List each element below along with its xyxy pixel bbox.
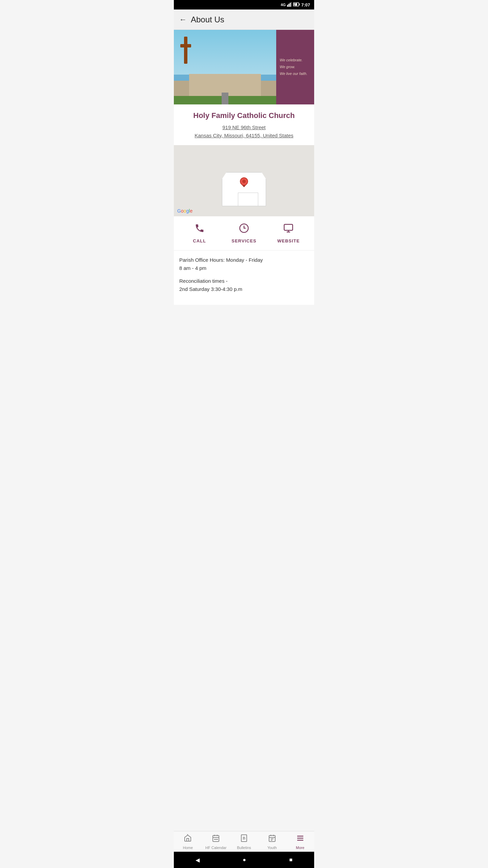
- svg-rect-9: [284, 224, 293, 231]
- motto-line-2: We grow.: [280, 64, 311, 71]
- home-icon: [184, 834, 192, 844]
- church-photo: [174, 30, 276, 104]
- page-title: About Us: [191, 15, 224, 24]
- signal-bars: [287, 2, 292, 8]
- youth-icon: [268, 834, 276, 844]
- bottom-nav: Home HF Calendar B Bulletins: [174, 831, 314, 852]
- nav-item-home[interactable]: Home: [174, 834, 202, 850]
- svg-rect-20: [217, 839, 218, 840]
- more-icon: [296, 834, 304, 844]
- nav-item-more[interactable]: More: [286, 834, 314, 850]
- church-info: Holy Family Catholic Church 919 NE 96th …: [174, 104, 314, 145]
- website-button[interactable]: WEBSITE: [266, 223, 311, 243]
- home-system-button[interactable]: ●: [243, 857, 246, 863]
- google-g: G: [177, 208, 181, 214]
- recent-system-button[interactable]: ■: [289, 857, 293, 863]
- nav-item-bulletins[interactable]: B Bulletins: [230, 834, 258, 850]
- google-logo: Google: [177, 208, 192, 214]
- building-base: [174, 67, 276, 104]
- signal-icon: 4G: [281, 3, 286, 7]
- hf-calendar-nav-label: HF Calendar: [205, 846, 226, 850]
- status-icons: 4G 7:07: [281, 2, 310, 8]
- services-button[interactable]: SERVICES: [222, 223, 266, 243]
- call-button[interactable]: CALL: [177, 223, 222, 243]
- phone-icon: [195, 223, 205, 236]
- map-pin: [240, 177, 248, 187]
- map-building-secondary: [238, 193, 258, 206]
- motto-line-3: We live our faith.: [280, 71, 311, 77]
- top-bar: ← About Us: [174, 9, 314, 30]
- church-name: Holy Family Catholic Church: [179, 111, 309, 120]
- office-hours-text: Parish Office Hours: Monday - Friday8 am…: [179, 256, 309, 272]
- more-nav-label: More: [296, 846, 304, 850]
- address-suffix: , United States: [260, 133, 293, 138]
- address-line-1: 919 NE 96th Street: [222, 124, 266, 130]
- google-o1: o: [181, 208, 184, 214]
- svg-rect-3: [291, 2, 292, 7]
- monitor-icon: [283, 223, 293, 236]
- battery-icon: [293, 2, 300, 7]
- back-button[interactable]: ←: [179, 15, 187, 24]
- nav-item-hf-calendar[interactable]: HF Calendar: [202, 834, 230, 850]
- svg-text:B: B: [243, 836, 245, 841]
- actions-row: CALL SERVICES WEBSITE: [174, 216, 314, 251]
- map-section[interactable]: Google: [174, 145, 314, 216]
- website-label: WEBSITE: [277, 238, 300, 243]
- svg-rect-2: [290, 3, 291, 7]
- time-display: 7:07: [301, 2, 310, 7]
- svg-rect-5: [299, 3, 300, 5]
- pin-shadow: [243, 185, 245, 187]
- svg-rect-14: [213, 835, 219, 842]
- back-system-button[interactable]: ◀: [196, 857, 200, 863]
- call-label: CALL: [193, 238, 206, 243]
- cross-vertical: [184, 37, 187, 64]
- svg-rect-6: [293, 3, 297, 5]
- hero-section: We celebrate. We grow. We live our faith…: [174, 30, 314, 104]
- nav-item-youth[interactable]: Youth: [258, 834, 286, 850]
- church-address[interactable]: 919 NE 96th Street Kansas City, Missouri…: [179, 123, 309, 140]
- reconciliation-text: Reconciliation times -2nd Saturday 3:30-…: [179, 277, 309, 293]
- system-bar: ◀ ● ■: [174, 852, 314, 868]
- svg-rect-18: [214, 839, 215, 840]
- bulletins-icon: B: [240, 834, 248, 844]
- back-arrow-icon: ←: [179, 15, 187, 24]
- home-nav-label: Home: [183, 846, 193, 850]
- google-e: e: [190, 208, 192, 214]
- hero-text-panel: We celebrate. We grow. We live our faith…: [276, 30, 314, 104]
- status-bar: 4G 7:07: [174, 0, 314, 9]
- map-background: Google: [174, 145, 314, 216]
- svg-rect-0: [287, 5, 288, 7]
- motto-line-1: We celebrate.: [280, 57, 311, 64]
- office-hours: Parish Office Hours: Monday - Friday8 am…: [179, 256, 309, 293]
- path: [222, 93, 228, 104]
- svg-rect-19: [216, 839, 217, 840]
- cross: [184, 37, 187, 64]
- cross-horizontal: [180, 44, 191, 47]
- calendar-icon: [212, 834, 220, 844]
- hero-motto: We celebrate. We grow. We live our faith…: [280, 57, 311, 77]
- services-label: SERVICES: [231, 238, 257, 243]
- pin-inner: [242, 179, 246, 184]
- youth-nav-label: Youth: [267, 846, 277, 850]
- bulletins-nav-label: Bulletins: [237, 846, 251, 850]
- info-section: Parish Office Hours: Monday - Friday8 am…: [174, 251, 314, 305]
- clock-icon: [239, 223, 249, 236]
- address-line-2: Kansas City, Missouri, 64155: [195, 133, 260, 138]
- svg-rect-1: [288, 4, 289, 7]
